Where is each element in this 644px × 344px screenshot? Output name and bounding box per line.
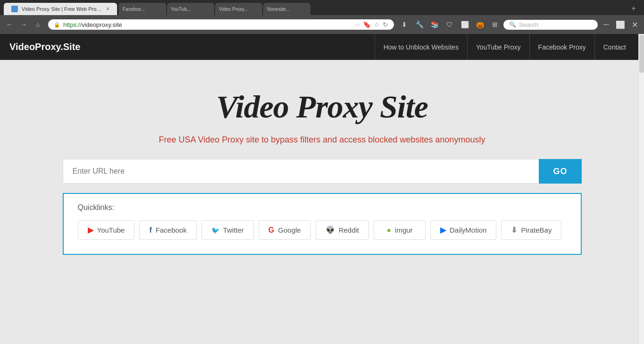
tab-close-button[interactable]: × — [106, 6, 109, 12]
shield-icon[interactable]: 🛡 — [444, 19, 455, 30]
site-logo[interactable]: VideoProxy.Site — [9, 42, 375, 52]
emoji-icon[interactable]: 🎃 — [474, 19, 485, 30]
quicklink-youtube-label: YouTube — [97, 226, 125, 234]
nav-link-youtube-proxy[interactable]: YouTube Proxy — [467, 34, 529, 60]
address-menu-icon: ··· — [354, 21, 360, 28]
url-input[interactable] — [63, 159, 539, 184]
star-icon: ☆ — [374, 21, 380, 28]
other-tab-2[interactable]: YouTub... — [167, 3, 214, 15]
quicklink-twitter-label: Twitter — [223, 226, 244, 234]
site-navbar: VideoProxy.Site How to Unblock Websites … — [0, 34, 644, 60]
scrollbar-track — [638, 34, 644, 319]
imgur-icon: ● — [386, 226, 391, 235]
quicklink-reddit[interactable]: 👽 Reddit — [316, 220, 369, 240]
piratebay-icon: ⬇ — [511, 226, 517, 235]
forward-button[interactable]: → — [18, 19, 29, 30]
quicklink-piratebay-label: PirateBay — [521, 226, 552, 234]
refresh-icon[interactable]: ↻ — [383, 21, 388, 28]
reddit-icon: 👽 — [326, 226, 335, 235]
quicklink-twitter[interactable]: 🐦 Twitter — [201, 220, 254, 240]
quicklink-dailymotion[interactable]: ▶ DailyMotion — [430, 220, 496, 240]
extensions-icon[interactable]: ⊞ — [489, 19, 501, 30]
tab-title: Video Proxy Site | Free Web Proxy t... — [22, 6, 102, 12]
back-button[interactable]: ← — [4, 19, 15, 30]
go-button[interactable]: GO — [539, 159, 581, 184]
twitter-icon: 🐦 — [211, 227, 219, 234]
quicklink-dailymotion-label: DailyMotion — [450, 226, 486, 234]
minimize-button[interactable]: ─ — [601, 19, 612, 30]
close-button[interactable]: ✕ — [629, 19, 640, 30]
bookmark-icon: 🔖 — [363, 21, 371, 28]
quicklink-facebook[interactable]: f Facebook — [139, 220, 196, 240]
nav-link-facebook-proxy[interactable]: Facebook Proxy — [529, 34, 594, 60]
active-tab[interactable]: Video Proxy Site | Free Web Proxy t... × — [4, 3, 117, 15]
nav-links: How to Unblock Websites YouTube Proxy Fa… — [375, 34, 635, 60]
other-tab-3[interactable]: Video Proxy... — [215, 3, 262, 15]
quicklink-youtube[interactable]: ▶ YouTube — [78, 220, 135, 240]
browser-chrome: Video Proxy Site | Free Web Proxy t... ×… — [0, 0, 644, 34]
quicklink-imgur[interactable]: ● imgur — [374, 220, 426, 240]
download-icon[interactable]: ⬇ — [399, 19, 410, 30]
address-domain: videoproxy.site — [82, 21, 122, 28]
other-tab-1[interactable]: Faceboo... — [119, 3, 166, 15]
page-subtitle: Free USA Video Proxy site to bypass filt… — [159, 135, 485, 145]
quicklink-reddit-label: Reddit — [339, 226, 359, 234]
quicklinks-grid: ▶ YouTube f Facebook 🐦 Twitter G Google … — [78, 220, 567, 240]
quicklinks-box: Quicklinks: ▶ YouTube f Facebook 🐦 Twitt… — [63, 193, 582, 255]
quicklinks-label: Quicklinks: — [78, 203, 567, 212]
address-text: https://videoproxy.site — [63, 21, 351, 28]
page-title: Video Proxy Site — [216, 88, 428, 126]
home-button[interactable]: ⌂ — [32, 19, 43, 30]
windows-icon[interactable]: ⬜ — [459, 19, 470, 30]
quicklink-google[interactable]: G Google — [259, 220, 311, 240]
library-icon[interactable]: 📚 — [429, 19, 440, 30]
new-tab-button[interactable]: + — [627, 2, 640, 15]
youtube-icon: ▶ — [88, 226, 93, 235]
url-input-wrapper: GO — [63, 159, 582, 184]
browser-search-bar[interactable]: 🔍 Search — [503, 20, 598, 30]
address-bar[interactable]: 🔒 https://videoproxy.site ··· 🔖 ☆ ↻ — [48, 19, 394, 30]
dailymotion-icon: ▶ — [440, 226, 446, 235]
quicklink-facebook-label: Facebook — [156, 226, 187, 234]
search-placeholder-text: Search — [519, 21, 538, 28]
nav-link-contact[interactable]: Contact — [594, 34, 635, 60]
other-tabs: Faceboo... YouTub... Video Proxy... None… — [119, 3, 625, 15]
search-icon: 🔍 — [509, 21, 516, 28]
tab-favicon — [11, 6, 18, 12]
facebook-icon: f — [149, 226, 151, 235]
nav-link-unblock[interactable]: How to Unblock Websites — [375, 34, 467, 60]
scrollbar-thumb[interactable] — [639, 35, 644, 73]
quicklink-piratebay[interactable]: ⬇ PirateBay — [501, 220, 561, 240]
tools-icon[interactable]: 🔧 — [414, 19, 425, 30]
quicklink-google-label: Google — [278, 226, 301, 234]
google-icon: G — [268, 226, 274, 235]
address-https: https:// — [63, 21, 82, 28]
browser-toolbar: ← → ⌂ 🔒 https://videoproxy.site ··· 🔖 ☆ … — [0, 15, 644, 34]
toolbar-icons: ⬇ 🔧 📚 🛡 ⬜ 🎃 ⊞ — [399, 19, 501, 30]
browser-tabs: Video Proxy Site | Free Web Proxy t... ×… — [0, 0, 644, 15]
quicklink-imgur-label: imgur — [395, 226, 413, 234]
security-lock-icon: 🔒 — [54, 22, 60, 28]
main-content: Video Proxy Site Free USA Video Proxy si… — [0, 60, 644, 319]
maximize-button[interactable]: ⬜ — [615, 19, 626, 30]
other-tab-4[interactable]: Nonesite... — [263, 3, 310, 15]
